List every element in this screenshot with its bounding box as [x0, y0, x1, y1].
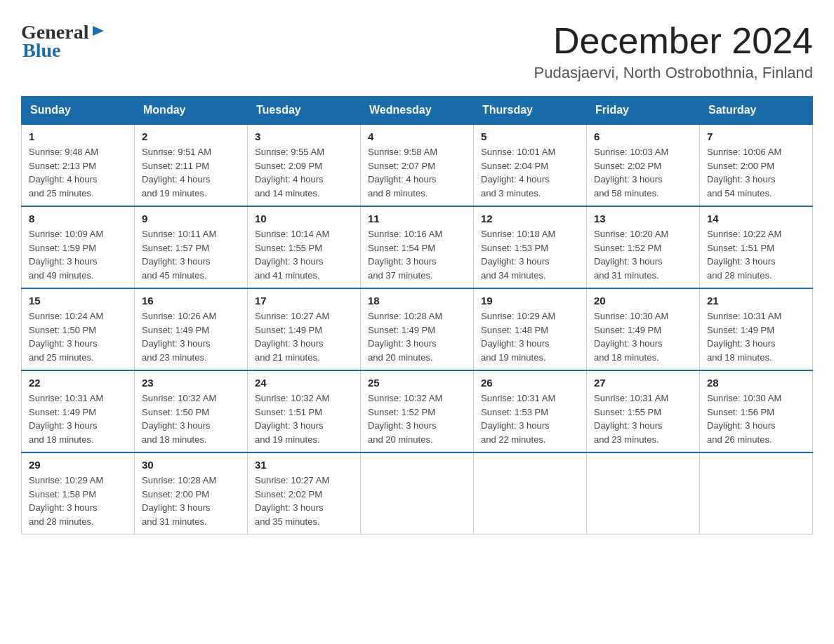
calendar-cell: 5Sunrise: 10:01 AMSunset: 2:04 PMDayligh…: [474, 124, 587, 206]
day-info: Sunrise: 10:29 AMSunset: 1:58 PMDaylight…: [29, 474, 127, 528]
day-info: Sunrise: 10:28 AMSunset: 1:49 PMDaylight…: [368, 309, 466, 364]
day-number: 10: [255, 213, 353, 224]
day-info: Sunrise: 10:11 AMSunset: 1:57 PMDaylight…: [142, 227, 240, 282]
col-wednesday: Wednesday: [361, 97, 474, 125]
col-sunday: Sunday: [22, 97, 135, 125]
day-number: 6: [594, 130, 692, 142]
day-number: 27: [594, 377, 692, 389]
calendar-cell: 19Sunrise: 10:29 AMSunset: 1:48 PMDaylig…: [474, 288, 587, 370]
day-info: Sunrise: 10:32 AMSunset: 1:51 PMDaylight…: [255, 391, 353, 446]
day-number: 16: [142, 295, 240, 307]
day-number: 7: [707, 130, 805, 142]
logo-arrow-icon: [91, 23, 107, 39]
calendar-cell: [361, 452, 474, 535]
day-info: Sunrise: 9:51 AMSunset: 2:11 PMDaylight:…: [142, 145, 240, 200]
calendar-week-row-4: 22Sunrise: 10:31 AMSunset: 1:49 PMDaylig…: [22, 370, 813, 452]
day-info: Sunrise: 10:27 AMSunset: 2:02 PMDaylight…: [255, 474, 353, 528]
calendar-cell: 12Sunrise: 10:18 AMSunset: 1:53 PMDaylig…: [474, 206, 587, 288]
calendar-cell: 15Sunrise: 10:24 AMSunset: 1:50 PMDaylig…: [22, 288, 135, 370]
day-number: 15: [29, 295, 127, 307]
day-number: 29: [29, 459, 127, 471]
day-info: Sunrise: 10:26 AMSunset: 1:49 PMDaylight…: [142, 309, 240, 364]
day-number: 8: [29, 213, 127, 224]
title-area: December 2024 Pudasjaervi, North Ostrobo…: [534, 21, 813, 82]
calendar-cell: 23Sunrise: 10:32 AMSunset: 1:50 PMDaylig…: [135, 370, 248, 452]
day-info: Sunrise: 10:20 AMSunset: 1:52 PMDaylight…: [594, 227, 692, 282]
calendar-cell: 9Sunrise: 10:11 AMSunset: 1:57 PMDayligh…: [135, 206, 248, 288]
calendar-cell: 28Sunrise: 10:30 AMSunset: 1:56 PMDaylig…: [700, 370, 813, 452]
day-number: 26: [481, 377, 579, 389]
day-number: 24: [255, 377, 353, 389]
day-info: Sunrise: 10:32 AMSunset: 1:52 PMDaylight…: [368, 391, 466, 446]
calendar-cell: 18Sunrise: 10:28 AMSunset: 1:49 PMDaylig…: [361, 288, 474, 370]
day-info: Sunrise: 10:31 AMSunset: 1:55 PMDaylight…: [594, 391, 692, 446]
day-number: 17: [255, 295, 353, 307]
day-info: Sunrise: 10:14 AMSunset: 1:55 PMDaylight…: [255, 227, 353, 282]
calendar-cell: 7Sunrise: 10:06 AMSunset: 2:00 PMDayligh…: [700, 124, 813, 206]
day-info: Sunrise: 10:28 AMSunset: 2:00 PMDaylight…: [142, 474, 240, 528]
day-info: Sunrise: 10:01 AMSunset: 2:04 PMDaylight…: [481, 145, 579, 200]
calendar-week-row-5: 29Sunrise: 10:29 AMSunset: 1:58 PMDaylig…: [22, 452, 813, 535]
calendar-week-row-2: 8Sunrise: 10:09 AMSunset: 1:59 PMDayligh…: [22, 206, 813, 288]
calendar-cell: 20Sunrise: 10:30 AMSunset: 1:49 PMDaylig…: [587, 288, 700, 370]
calendar-cell: 3Sunrise: 9:55 AMSunset: 2:09 PMDaylight…: [248, 124, 361, 206]
calendar-cell: 31Sunrise: 10:27 AMSunset: 2:02 PMDaylig…: [248, 452, 361, 535]
day-number: 31: [255, 459, 353, 471]
day-number: 12: [481, 213, 579, 224]
calendar-cell: 4Sunrise: 9:58 AMSunset: 2:07 PMDaylight…: [361, 124, 474, 206]
day-info: Sunrise: 10:16 AMSunset: 1:54 PMDaylight…: [368, 227, 466, 282]
day-number: 1: [29, 130, 127, 142]
calendar-cell: 1Sunrise: 9:48 AMSunset: 2:13 PMDaylight…: [22, 124, 135, 206]
calendar-cell: [700, 452, 813, 535]
day-number: 20: [594, 295, 692, 307]
day-info: Sunrise: 9:48 AMSunset: 2:13 PMDaylight:…: [29, 145, 127, 200]
calendar-week-row-3: 15Sunrise: 10:24 AMSunset: 1:50 PMDaylig…: [22, 288, 813, 370]
day-number: 9: [142, 213, 240, 224]
day-number: 4: [368, 130, 466, 142]
day-number: 11: [368, 213, 466, 224]
col-friday: Friday: [587, 97, 700, 125]
calendar-cell: 16Sunrise: 10:26 AMSunset: 1:49 PMDaylig…: [135, 288, 248, 370]
header: General Blue December 2024 Pudasjaervi, …: [21, 21, 813, 82]
calendar-cell: 22Sunrise: 10:31 AMSunset: 1:49 PMDaylig…: [22, 370, 135, 452]
day-number: 2: [142, 130, 240, 142]
day-info: Sunrise: 10:27 AMSunset: 1:49 PMDaylight…: [255, 309, 353, 364]
day-number: 14: [707, 213, 805, 224]
day-info: Sunrise: 9:58 AMSunset: 2:07 PMDaylight:…: [368, 145, 466, 200]
calendar-cell: 8Sunrise: 10:09 AMSunset: 1:59 PMDayligh…: [22, 206, 135, 288]
calendar-cell: 25Sunrise: 10:32 AMSunset: 1:52 PMDaylig…: [361, 370, 474, 452]
month-title: December 2024: [534, 21, 813, 61]
day-info: Sunrise: 10:09 AMSunset: 1:59 PMDaylight…: [29, 227, 127, 282]
calendar-cell: 14Sunrise: 10:22 AMSunset: 1:51 PMDaylig…: [700, 206, 813, 288]
calendar-cell: 30Sunrise: 10:28 AMSunset: 2:00 PMDaylig…: [135, 452, 248, 535]
day-info: Sunrise: 10:31 AMSunset: 1:49 PMDaylight…: [707, 309, 805, 364]
col-thursday: Thursday: [474, 97, 587, 125]
day-number: 28: [707, 377, 805, 389]
calendar-cell: [587, 452, 700, 535]
day-info: Sunrise: 10:30 AMSunset: 1:49 PMDaylight…: [594, 309, 692, 364]
day-info: Sunrise: 10:30 AMSunset: 1:56 PMDaylight…: [707, 391, 805, 446]
weekday-header-row: Sunday Monday Tuesday Wednesday Thursday…: [22, 97, 813, 125]
col-monday: Monday: [135, 97, 248, 125]
calendar-cell: [474, 452, 587, 535]
day-number: 23: [142, 377, 240, 389]
calendar-cell: 27Sunrise: 10:31 AMSunset: 1:55 PMDaylig…: [587, 370, 700, 452]
logo: General Blue: [21, 21, 107, 62]
calendar-cell: 13Sunrise: 10:20 AMSunset: 1:52 PMDaylig…: [587, 206, 700, 288]
calendar-cell: 24Sunrise: 10:32 AMSunset: 1:51 PMDaylig…: [248, 370, 361, 452]
day-info: Sunrise: 10:22 AMSunset: 1:51 PMDaylight…: [707, 227, 805, 282]
day-number: 19: [481, 295, 579, 307]
calendar-cell: 10Sunrise: 10:14 AMSunset: 1:55 PMDaylig…: [248, 206, 361, 288]
col-tuesday: Tuesday: [248, 97, 361, 125]
day-number: 21: [707, 295, 805, 307]
day-number: 30: [142, 459, 240, 471]
calendar-cell: 6Sunrise: 10:03 AMSunset: 2:02 PMDayligh…: [587, 124, 700, 206]
day-number: 5: [481, 130, 579, 142]
calendar-cell: 11Sunrise: 10:16 AMSunset: 1:54 PMDaylig…: [361, 206, 474, 288]
calendar-cell: 2Sunrise: 9:51 AMSunset: 2:11 PMDaylight…: [135, 124, 248, 206]
calendar-cell: 21Sunrise: 10:31 AMSunset: 1:49 PMDaylig…: [700, 288, 813, 370]
logo-blue-text: Blue: [22, 39, 60, 62]
calendar-table: Sunday Monday Tuesday Wednesday Thursday…: [21, 96, 813, 535]
calendar-cell: 29Sunrise: 10:29 AMSunset: 1:58 PMDaylig…: [22, 452, 135, 535]
svg-marker-0: [93, 26, 104, 36]
